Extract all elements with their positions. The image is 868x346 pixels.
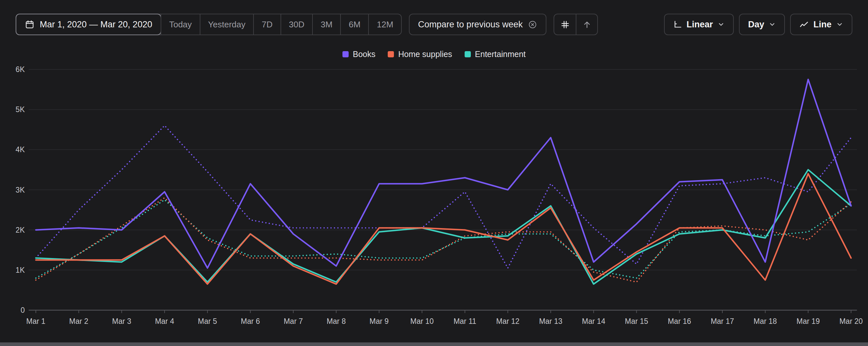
chart-option-toggles [554, 14, 598, 35]
compare-button[interactable]: Compare to previous week [409, 14, 547, 35]
svg-text:5K: 5K [16, 105, 25, 114]
svg-text:Mar 20: Mar 20 [839, 317, 863, 325]
svg-text:3K: 3K [16, 186, 25, 194]
calendar-icon [25, 20, 34, 29]
toolbar-left-cluster: Mar 1, 2020 — Mar 20, 2020 Today Yesterd… [16, 14, 598, 35]
quick-range-3m[interactable]: 3M [312, 14, 340, 35]
svg-text:1K: 1K [16, 266, 25, 274]
grid-icon [561, 20, 569, 29]
quick-range-yesterday[interactable]: Yesterday [200, 14, 253, 35]
legend-swatch-books [342, 51, 349, 57]
svg-text:Mar 17: Mar 17 [711, 317, 734, 325]
svg-text:Mar 1: Mar 1 [26, 317, 45, 325]
svg-text:Mar 15: Mar 15 [625, 317, 648, 325]
quick-range-today[interactable]: Today [161, 14, 199, 35]
svg-text:Mar 5: Mar 5 [198, 317, 217, 325]
svg-text:Mar 13: Mar 13 [539, 317, 562, 325]
date-range-label: Mar 1, 2020 — Mar 20, 2020 [40, 20, 152, 30]
svg-text:6K: 6K [16, 65, 25, 74]
analytics-dashboard: { "toolbar": { "date_range_label": "Mar … [0, 0, 868, 346]
legend-item-home-supplies[interactable]: Home supplies [388, 50, 452, 59]
interval-dropdown[interactable]: Day [739, 14, 785, 35]
svg-text:Mar 2: Mar 2 [69, 317, 88, 325]
chart-legend: Books Home supplies Entertainment [0, 50, 868, 59]
close-circle-icon[interactable] [528, 20, 537, 29]
compare-label: Compare to previous week [418, 20, 523, 30]
legend-label-books: Books [353, 50, 375, 59]
legend-label-home-supplies: Home supplies [398, 50, 452, 59]
line-chart-icon [799, 20, 809, 29]
legend-item-entertainment[interactable]: Entertainment [465, 50, 526, 59]
chevron-down-icon [836, 21, 843, 28]
svg-text:Mar 7: Mar 7 [284, 317, 303, 325]
date-range-group: Mar 1, 2020 — Mar 20, 2020 Today Yesterd… [16, 14, 402, 35]
svg-text:Mar 14: Mar 14 [582, 317, 606, 325]
interval-label: Day [748, 20, 765, 30]
grid-toggle-button[interactable] [554, 14, 576, 35]
quick-range-30d[interactable]: 30D [281, 14, 312, 35]
quick-range-12m[interactable]: 12M [368, 14, 401, 35]
svg-text:Mar 18: Mar 18 [754, 317, 777, 325]
svg-text:2K: 2K [16, 226, 25, 234]
chevron-down-icon [717, 21, 725, 28]
chart-type-dropdown[interactable]: Line [790, 14, 852, 35]
svg-text:Mar 3: Mar 3 [112, 317, 131, 325]
scale-dropdown[interactable]: Linear [664, 14, 734, 35]
svg-text:Mar 11: Mar 11 [454, 317, 476, 325]
date-range-picker[interactable]: Mar 1, 2020 — Mar 20, 2020 [16, 14, 161, 35]
legend-label-entertainment: Entertainment [475, 50, 526, 59]
legend-swatch-entertainment [465, 51, 471, 57]
svg-text:Mar 8: Mar 8 [327, 317, 346, 325]
svg-text:4K: 4K [16, 145, 25, 154]
horizontal-scrollbar[interactable] [0, 342, 868, 346]
quick-range-6m[interactable]: 6M [340, 14, 368, 35]
svg-text:Mar 16: Mar 16 [668, 317, 691, 325]
chart-type-label: Line [813, 20, 832, 30]
axis-scale-icon [673, 20, 682, 29]
toolbar-right-cluster: Linear Day Line [664, 14, 852, 35]
svg-text:Mar 12: Mar 12 [496, 317, 520, 325]
svg-text:Mar 9: Mar 9 [370, 317, 389, 325]
chevron-down-icon [769, 21, 776, 28]
legend-swatch-home-supplies [388, 51, 394, 57]
quick-range-7d[interactable]: 7D [253, 14, 280, 35]
arrow-up-icon [583, 20, 591, 29]
svg-text:Mar 6: Mar 6 [241, 317, 260, 325]
svg-text:Mar 19: Mar 19 [797, 317, 820, 325]
legend-item-books[interactable]: Books [342, 50, 375, 59]
arrow-up-button[interactable] [576, 14, 597, 35]
svg-text:Mar 10: Mar 10 [410, 317, 434, 325]
scale-label: Linear [686, 20, 713, 30]
svg-text:0: 0 [21, 306, 25, 314]
svg-text:Mar 4: Mar 4 [155, 317, 174, 325]
toolbar: Mar 1, 2020 — Mar 20, 2020 Today Yesterd… [16, 14, 852, 35]
